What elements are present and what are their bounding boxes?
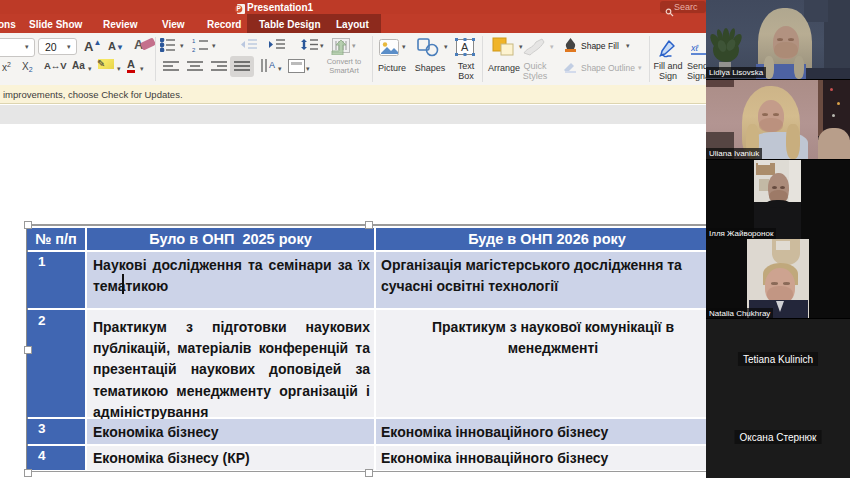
svg-text:2: 2	[192, 47, 196, 52]
svg-text:A: A	[269, 60, 275, 70]
svg-text:P: P	[237, 5, 242, 12]
svg-text:A: A	[461, 41, 469, 53]
svg-text:1: 1	[192, 38, 196, 44]
svg-text:xℓ: xℓ	[691, 43, 699, 53]
